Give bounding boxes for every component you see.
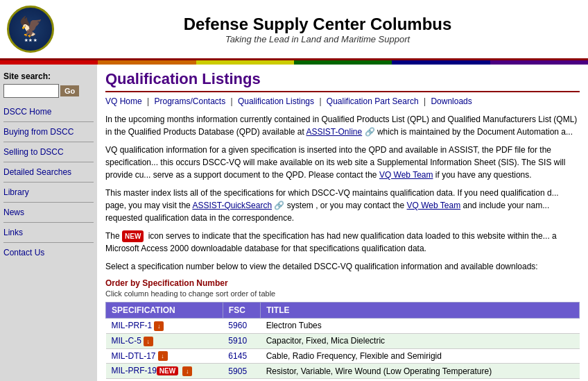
order-heading: Order by Specification Number [105, 278, 580, 288]
intro-paragraph-1: In the upcoming months information curre… [105, 113, 580, 138]
nav-separator-3 [3, 162, 94, 162]
sidebar-item-links[interactable]: Links [3, 226, 94, 239]
intro-paragraph-3: This master index lists all of the speci… [105, 187, 580, 224]
spec-link[interactable]: MIL-DTL-17 [112, 351, 156, 361]
header-text-block: Defense Supply Center Columbus Taking th… [54, 15, 581, 44]
nav-sep-2: | [231, 96, 235, 106]
nav-separator-4 [3, 182, 94, 183]
nav-separator-1 [3, 121, 94, 122]
new-icon-description: The NEW icon serves to indicate that the… [105, 230, 580, 255]
sidebar-nav: DSCC Home Buying from DSCC Selling to DS… [3, 105, 94, 260]
page-layout: Site search: Go DSCC Home Buying from DS… [0, 65, 588, 381]
nav-vq-home[interactable]: VQ Home [105, 96, 142, 106]
table-header-row: SPECIFICATION FSC TITLE [106, 303, 580, 319]
sidebar-item-buying[interactable]: Buying from DSCC [3, 125, 94, 139]
assist-online-link-1[interactable]: ASSIST-Online [306, 127, 363, 137]
vq-web-team-link-1[interactable]: VQ Web Team [379, 170, 433, 180]
site-subtitle: Taking the Lead in Land and Maritime Sup… [54, 34, 581, 44]
fsc-link[interactable]: 5905 [228, 366, 247, 376]
cell-title: Cable, Radio Frequency, Flexible and Sem… [261, 348, 580, 364]
search-row: Go [3, 84, 94, 98]
specification-table: SPECIFICATION FSC TITLE MIL-PRF-1↓5960El… [105, 302, 580, 381]
nav-separator-5 [3, 202, 94, 203]
col-fsc[interactable]: FSC [223, 303, 260, 319]
nav-downloads[interactable]: Downloads [431, 96, 472, 106]
page-title: Qualification Listings [105, 70, 580, 92]
spec-link[interactable]: MIL-C-5 [112, 336, 141, 346]
download-icon[interactable]: ↓ [158, 351, 168, 361]
cell-fsc: 5960 [223, 319, 260, 334]
order-sub: Click column heading to change sort orde… [105, 289, 580, 298]
sidebar-item-contact[interactable]: Contact Us [3, 246, 94, 260]
nav-separator-7 [3, 242, 94, 243]
col-title[interactable]: TITLE [261, 303, 580, 319]
table-row: MIL-DTL-17↓6145Cable, Radio Frequency, F… [106, 348, 580, 364]
col-specification[interactable]: SPECIFICATION [106, 303, 223, 319]
cell-spec: MIL-DTL-17↓ [106, 348, 223, 364]
site-title: Defense Supply Center Columbus [54, 15, 581, 34]
vq-web-team-link-2[interactable]: VQ Web Team [407, 201, 461, 210]
download-icon[interactable]: ↓ [144, 337, 153, 346]
cell-title: Capacitor, Fixed, Mica Dielectric [261, 333, 580, 348]
nav-programs-contacts[interactable]: Programs/Contacts [154, 96, 225, 106]
sidebar-item-detailed-searches[interactable]: Detailed Searches [3, 165, 94, 179]
main-content: Qualification Listings VQ Home | Program… [97, 65, 588, 381]
cell-spec: MIL-PRF-19NEW↓ [106, 364, 223, 379]
stars-decoration: ★ ★ ★ [19, 38, 43, 43]
sidebar-item-library[interactable]: Library [3, 185, 94, 199]
cell-title: Electron Tubes [261, 319, 580, 334]
search-input[interactable] [3, 84, 59, 98]
spec-link[interactable]: MIL-PRF-1 [112, 321, 153, 330]
table-row: MIL-C-5↓5910Capacitor, Fixed, Mica Diele… [106, 333, 580, 348]
sidebar: Site search: Go DSCC Home Buying from DS… [0, 65, 97, 381]
nav-sep-4: | [424, 96, 428, 106]
nav-sep-3: | [319, 96, 323, 106]
cell-fsc: 5905 [223, 364, 260, 379]
new-badge-example: NEW [122, 230, 144, 242]
assist-quicksearch-icon: 🔗 [274, 201, 284, 210]
select-instruction: Select a specification number below to v… [105, 260, 580, 273]
search-label: Site search: [3, 71, 94, 81]
new-badge: NEW [157, 366, 178, 375]
nav-separator-2 [3, 142, 94, 142]
table-row: MIL-PRF-19NEW↓5905Resistor, Variable, Wi… [106, 364, 580, 379]
search-go-button[interactable]: Go [60, 85, 79, 96]
cell-fsc: 5910 [223, 333, 260, 348]
nav-sep-1: | [147, 96, 151, 106]
table-row: MIL-PRF-1↓5960Electron Tubes [106, 319, 580, 334]
agency-logo: 🦅 ★ ★ ★ [7, 6, 54, 53]
nav-qualification-part-search[interactable]: Qualification Part Search [327, 96, 419, 106]
cell-spec: MIL-PRF-1↓ [106, 319, 223, 334]
nav-separator-6 [3, 222, 94, 223]
fsc-link[interactable]: 5910 [228, 336, 247, 346]
page-header: 🦅 ★ ★ ★ Defense Supply Center Columbus T… [0, 0, 588, 60]
cell-spec: MIL-C-5↓ [106, 333, 223, 348]
assist-icon: 🔗 [365, 127, 375, 137]
cell-title: Resistor, Variable, Wire Wound (Low Oper… [261, 364, 580, 379]
sidebar-item-dscc-home[interactable]: DSCC Home [3, 105, 94, 119]
top-nav-links: VQ Home | Programs/Contacts | Qualificat… [105, 96, 580, 106]
download-icon[interactable]: ↓ [154, 321, 164, 331]
fsc-link[interactable]: 5960 [228, 321, 247, 330]
nav-qualification-listings[interactable]: Qualification Listings [238, 96, 314, 106]
cell-fsc: 6145 [223, 348, 260, 364]
fsc-link[interactable]: 6145 [228, 351, 247, 361]
assist-quicksearch-link[interactable]: ASSIST-QuickSearch [192, 201, 272, 210]
eagle-icon: 🦅 [19, 15, 43, 39]
spec-link[interactable]: MIL-PRF-19 [112, 366, 157, 375]
sidebar-item-news[interactable]: News [3, 205, 94, 219]
intro-paragraph-2: VQ qualification information for a given… [105, 144, 580, 181]
sidebar-item-selling[interactable]: Selling to DSCC [3, 145, 94, 159]
download-icon[interactable]: ↓ [182, 366, 192, 376]
